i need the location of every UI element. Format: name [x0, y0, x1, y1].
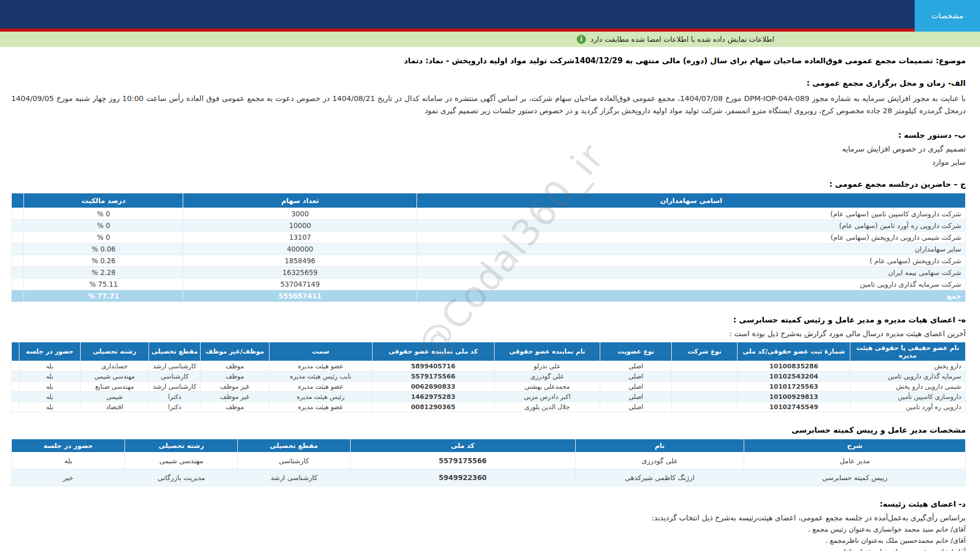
col-representative-id: کد ملی نماینده عضو حقوقی: [372, 342, 494, 361]
col-description: شرح: [744, 439, 966, 452]
section-d-subtitle: براساس رأی‌گیری به‌عمل‌آمده در جلسه مجمع…: [11, 514, 966, 522]
signature-notice-bar: اطلاعات نمایش داده شده با اطلاعات امضا ش…: [0, 32, 980, 47]
section-a-body: با عنایت به مجوز افزایش سرمایه به شماره …: [11, 93, 966, 117]
col-field: رشته تحصیلی: [80, 342, 149, 361]
table-row: شرکت داروپخش (سهامی عام ) 1858496 % 0.26: [12, 255, 966, 266]
presidium-member: آقای/ خانم محمدحسین ملک به‌عنوان ناظرمجم…: [11, 536, 966, 544]
manager-table: شرح نام کد ملی مقطع تحصیلی رشته تحصیلی ح…: [11, 439, 966, 486]
table-row: شرکت سرمایه گذاری دارویی تامین 537047149…: [12, 278, 966, 290]
col-national-id: کد ملی: [350, 439, 575, 452]
table-row: شرکت دارویی ره آورد تامین (سهامی عام) 10…: [12, 219, 966, 231]
col-shareholders: اسامی سهامداران: [417, 193, 966, 208]
table-row: سایر سهامداران 400000 % 0.06: [12, 243, 966, 255]
col-company-type: نوع شرکت: [672, 342, 738, 361]
section-d-heading: د- اعضای هیئت رئیسه:: [11, 499, 966, 509]
col-member-name: نام عضو حقیقی یا حقوقی هیئت مدیره: [850, 342, 965, 361]
top-bar: مشخصات: [0, 0, 980, 32]
col-executive-status: موظف/غیر موظف: [201, 342, 270, 361]
signature-notice: اطلاعات نمایش داده شده با اطلاعات امضا ش…: [577, 32, 774, 47]
section-b-heading: ب– دستور جلسه :: [11, 131, 966, 140]
section-e-subtitle: آخرین اعضای هیئت مدیره درسال مالی مورد گ…: [11, 330, 966, 338]
col-shares: تعداد سهام: [183, 193, 417, 208]
col-degree: مقطع تحصیلی: [237, 439, 350, 452]
subject-line: موضوع: تصمیمات مجمع عمومی فوق‌العاده صاح…: [11, 56, 966, 65]
table-row: شرکت داروسازی کاسپین تامین (سهامی عام) 3…: [12, 208, 966, 219]
table-row: رییس کمیته حسابرسی ارژنگ کاظمی شیرکدهی 5…: [12, 469, 966, 486]
col-registration-id: شمارهٔ ثبت عضو حقوقی/کد ملی: [738, 342, 850, 361]
tab-details[interactable]: مشخصات: [915, 0, 980, 32]
spacer-cell: [12, 193, 24, 208]
table-row: داروسازی کاسپین تأمین 10100929813 اصلی ا…: [12, 391, 966, 402]
table-row: شرکت سهامی بیمه ایران 16325659 % 2.28: [12, 266, 966, 278]
section-a-heading: الف- زمان و محل برگزاری مجمع عمومی :: [11, 79, 966, 88]
document-body: @Codal360_ir موضوع: تصمیمات مجمع عمومی ف…: [0, 56, 980, 551]
col-membership-type: نوع عضویت: [600, 342, 672, 361]
total-row: جمع 555657411 % 77.71: [12, 290, 966, 302]
section-c-heading: ج – حاضرین درجلسه مجمع عمومی :: [11, 180, 966, 189]
attendees-table: اسامی سهامداران تعداد سهام درصد مالکیت ش…: [11, 193, 966, 302]
table-row: مدیر عامل علی گودرزی 5579175566 کارشناسی…: [12, 452, 966, 469]
col-position: سمت: [269, 342, 372, 361]
presidium-member: آقای/ خانم سید محمد خوانساری به‌عنوان رئ…: [11, 525, 966, 533]
board-members-table: نام عضو حقیقی یا حقوقی هیئت مدیره شمارهٔ…: [11, 342, 966, 412]
table-header-row: اسامی سهامداران تعداد سهام درصد مالکیت: [12, 193, 966, 208]
table-row: دارو پخش 10100835286 اصلی علی ندرلو 5899…: [12, 361, 966, 371]
spacer-cell: [12, 342, 19, 361]
table-row: سرمایه گذاری دارویی تامین 10102543204 اص…: [12, 371, 966, 381]
col-field: رشته تحصیلی: [125, 439, 238, 452]
agenda-item: تصمیم گیری در خصوص افزایش سرمایه: [11, 145, 966, 153]
signature-notice-text: اطلاعات نمایش داده شده با اطلاعات امضا ش…: [591, 35, 774, 43]
col-representative-name: نام نماینده عضو حقوقی: [494, 342, 600, 361]
manager-section-heading: مشخصات مدیر عامل و رییس کمیته حسابرسی: [11, 425, 966, 435]
presidium-member: آقای/ خانم مرتضی سبحانی نیا به‌عنوان ناظ…: [11, 547, 966, 551]
info-icon: i: [577, 35, 586, 44]
col-name: نام: [575, 439, 744, 452]
table-header-row: نام عضو حقیقی یا حقوقی هیئت مدیره شمارهٔ…: [12, 342, 966, 361]
table-header-row: شرح نام کد ملی مقطع تحصیلی رشته تحصیلی ح…: [12, 439, 966, 452]
col-attendance: حضور در جلسه: [19, 342, 81, 361]
col-ownership-percent: درصد مالکیت: [24, 193, 183, 208]
agenda-item: سایر موارد: [11, 158, 966, 166]
table-row: شیمی دارویی دارو پخش 10101725563 اصلی مح…: [12, 381, 966, 391]
col-attendance: حضور در جلسه: [12, 439, 125, 452]
col-degree: مقطع تحصیلی: [149, 342, 201, 361]
section-e-heading: ه- اعضای هیات مدیره و مدیر عامل و رئیس ک…: [11, 315, 966, 324]
page: { "header": { "tab_label": "مشخصات" }, "…: [0, 0, 980, 551]
table-row: شرکت شیمی دارویی داروپخش (سهامی عام) 131…: [12, 231, 966, 243]
table-row: دارویی ره آورد تامین 10102745549 اصلی جل…: [12, 402, 966, 412]
